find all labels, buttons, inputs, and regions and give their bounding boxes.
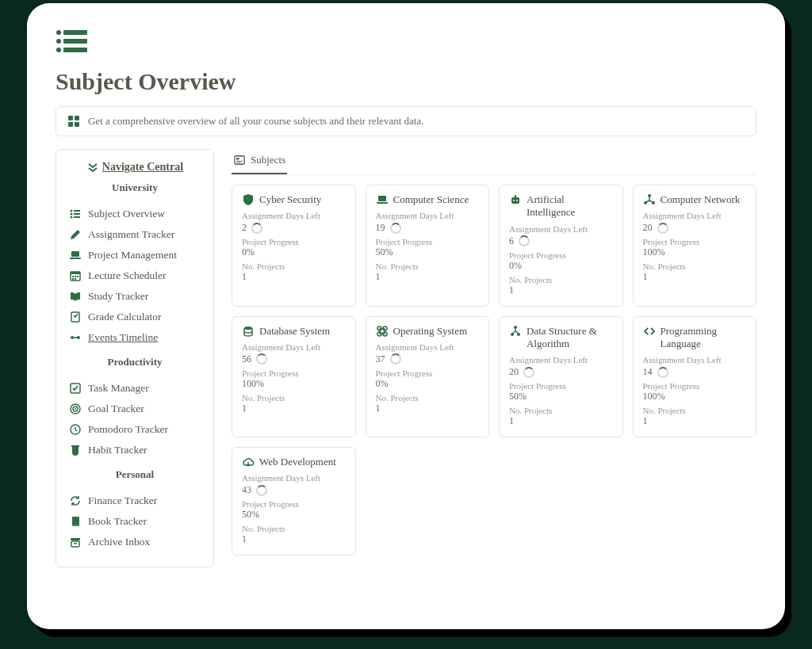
book-icon (69, 515, 82, 528)
label-progress: Project Progress (643, 381, 747, 391)
progress-ring-icon (657, 367, 668, 378)
sidebar-item-archive-inbox[interactable]: Archive Inbox (67, 532, 202, 552)
label-projects: No. Projects (376, 262, 480, 271)
subject-title: Computer Science (393, 193, 469, 206)
timeline-icon (69, 331, 82, 344)
svg-rect-3 (63, 39, 87, 44)
value-projects: 1 (643, 415, 747, 427)
sidebar-group-personal: Finance TrackerBook TrackerArchive Inbox (67, 491, 202, 552)
sidebar-item-lecture-scheduler[interactable]: Lecture Scheduler (67, 265, 202, 286)
progress-ring-icon (390, 353, 401, 365)
sidebar-item-book-tracker[interactable]: Book Tracker (67, 511, 202, 532)
label-days-left: Assignment Days Left (376, 211, 480, 220)
label-days-left: Assignment Days Left (643, 211, 747, 220)
sidebar-group-university: Subject OverviewAssignment TrackerProjec… (67, 204, 202, 348)
value-progress: 100% (242, 378, 346, 390)
svg-point-4 (56, 48, 61, 52)
svg-rect-1 (63, 30, 87, 35)
subject-card[interactable]: Cyber SecurityAssignment Days Left2Proje… (232, 185, 356, 307)
label-days-left: Assignment Days Left (242, 342, 346, 352)
label-days-left: Assignment Days Left (242, 211, 346, 220)
sidebar-group-productivity: Task ManagerGoal TrackerPomodoro Tracker… (67, 378, 202, 460)
sidebar-item-project-management[interactable]: Project Management (67, 245, 202, 265)
command-icon (376, 325, 389, 338)
subject-card[interactable]: Programming LanguageAssignment Days Left… (633, 316, 757, 438)
value-days-left: 20 (643, 222, 653, 234)
sidebar: Navigate Central University Subject Over… (56, 149, 214, 567)
refresh-dollar-icon (69, 494, 82, 507)
label-projects: No. Projects (242, 262, 346, 271)
progress-ring-icon (523, 367, 534, 378)
subject-grid: Cyber SecurityAssignment Days Left2Proje… (232, 185, 756, 555)
value-progress: 0% (242, 246, 346, 258)
sidebar-item-subject-overview[interactable]: Subject Overview (67, 204, 202, 224)
sidebar-item-label: Task Manager (88, 382, 149, 395)
sidebar-item-label: Events Timeline (88, 331, 158, 344)
value-progress: 0% (509, 260, 613, 272)
calendar-grid-icon (69, 269, 82, 282)
sidebar-item-label: Study Tracker (88, 290, 148, 303)
value-projects: 1 (242, 533, 346, 545)
subject-card[interactable]: Operating SystemAssignment Days Left37Pr… (366, 316, 490, 438)
svg-rect-13 (236, 162, 240, 163)
sidebar-item-label: Goal Tracker (88, 403, 144, 415)
sidebar-item-assignment-tracker[interactable]: Assignment Tracker (67, 224, 202, 245)
sidebar-item-habit-tracker[interactable]: Habit Tracker (67, 440, 202, 460)
sidebar-title[interactable]: Navigate Central (102, 161, 183, 174)
value-projects: 1 (242, 403, 346, 414)
cup-icon (69, 444, 82, 456)
archive-icon (69, 536, 82, 548)
sidebar-item-pomodoro-tracker[interactable]: Pomodoro Tracker (67, 419, 202, 440)
label-progress: Project Progress (242, 237, 346, 246)
tab-label: Subjects (251, 154, 285, 166)
value-days-left: 43 (242, 484, 251, 496)
subject-card[interactable]: Data Structure & AlgorithmAssignment Day… (499, 316, 623, 438)
page-callout: Get a comprehensive overview of all your… (56, 106, 756, 136)
label-progress: Project Progress (509, 250, 613, 260)
subject-card[interactable]: Artificial IntelligenceAssignment Days L… (499, 185, 623, 307)
callout-text: Get a comprehensive overview of all your… (88, 115, 423, 128)
sidebar-item-grade-calculator[interactable]: Grade Calculator (67, 307, 202, 327)
sidebar-item-label: Pomodoro Tracker (88, 423, 168, 436)
sidebar-item-goal-tracker[interactable]: Goal Tracker (67, 399, 202, 419)
subject-card[interactable]: Computer ScienceAssignment Days Left19Pr… (366, 185, 490, 307)
value-projects: 1 (376, 271, 480, 283)
value-days-left: 6 (509, 235, 514, 247)
sidebar-item-label: Lecture Scheduler (88, 269, 167, 282)
progress-ring-icon (390, 223, 401, 234)
shield-icon (242, 193, 255, 206)
progress-ring-icon (519, 235, 530, 246)
sidebar-item-study-tracker[interactable]: Study Tracker (67, 286, 202, 307)
check-square-icon (69, 382, 82, 395)
progress-ring-icon (657, 223, 668, 234)
subject-card[interactable]: Database SystemAssignment Days Left56Pro… (232, 316, 356, 438)
value-projects: 1 (376, 403, 480, 414)
value-days-left: 56 (242, 353, 251, 365)
label-progress: Project Progress (376, 368, 480, 378)
sidebar-item-label: Archive Inbox (88, 536, 150, 548)
svg-rect-8 (68, 122, 73, 127)
clock-icon (69, 423, 82, 436)
label-projects: No. Projects (242, 524, 346, 533)
sidebar-item-finance-tracker[interactable]: Finance Tracker (67, 491, 202, 511)
label-days-left: Assignment Days Left (509, 224, 613, 234)
pencil-icon (69, 228, 82, 241)
sidebar-section-productivity: Productivity (67, 356, 202, 368)
value-days-left: 20 (509, 366, 519, 378)
code-icon (643, 325, 656, 338)
subject-card[interactable]: Web DevelopmentAssignment Days Left43Pro… (232, 447, 356, 555)
label-progress: Project Progress (376, 237, 480, 246)
cloud-icon (242, 456, 255, 468)
value-projects: 1 (509, 284, 613, 296)
sidebar-item-label: Assignment Tracker (88, 228, 174, 241)
label-progress: Project Progress (242, 499, 346, 509)
sidebar-item-task-manager[interactable]: Task Manager (67, 378, 202, 399)
sidebar-item-events-timeline[interactable]: Events Timeline (67, 327, 202, 348)
svg-rect-12 (236, 161, 243, 162)
subject-card[interactable]: Computer NetworkAssignment Days Left20Pr… (633, 185, 757, 307)
value-progress: 50% (376, 246, 480, 258)
list-icon (69, 208, 82, 220)
subject-title: Operating System (393, 325, 468, 338)
subject-title: Data Structure & Algorithm (527, 325, 613, 351)
tab-subjects[interactable]: Subjects (232, 149, 287, 174)
